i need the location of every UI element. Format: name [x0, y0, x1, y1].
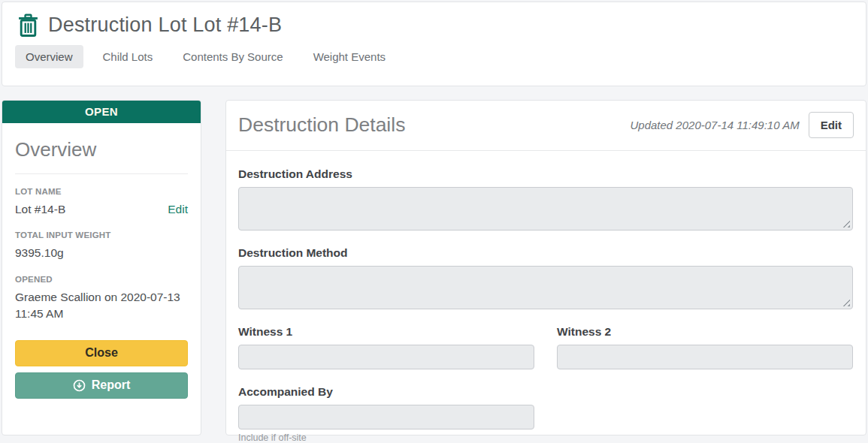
download-circle-icon: [73, 379, 86, 392]
witness-2-group: Witness 2: [557, 325, 853, 369]
opened-label: OPENED: [15, 275, 188, 284]
accompanied-by-hint: Include if off-site: [238, 432, 534, 443]
report-button[interactable]: Report: [15, 372, 188, 399]
lot-name-field: LOT NAME Lot #14-B Edit: [15, 187, 188, 218]
page-title: Destruction Lot Lot #14-B: [48, 14, 282, 37]
tab-child-lots[interactable]: Child Lots: [92, 45, 164, 68]
destruction-method-label: Destruction Method: [238, 246, 853, 260]
total-input-weight-label: TOTAL INPUT WEIGHT: [15, 231, 188, 240]
witness-1-input[interactable]: [238, 345, 534, 369]
resize-handle-icon-wrap: [238, 266, 853, 309]
details-heading: Destruction Details: [238, 113, 405, 137]
total-input-weight-value: 9395.10g: [15, 245, 188, 261]
destruction-method-group: Destruction Method: [238, 246, 853, 309]
witness-row: Witness 1 Witness 2: [238, 325, 853, 385]
destruction-address-label: Destruction Address: [238, 167, 853, 181]
updated-timestamp: Updated 2020-07-14 11:49:10 AM: [630, 119, 799, 131]
sidebar-body: Overview LOT NAME Lot #14-B Edit TOTAL I…: [2, 123, 201, 399]
opened-field: OPENED Graeme Scallion on 2020-07-13 11:…: [15, 275, 188, 323]
accompanied-by-group: Accompanied By Include if off-site: [238, 385, 534, 443]
close-lot-button[interactable]: Close: [15, 340, 188, 366]
witness-1-label: Witness 1: [238, 325, 534, 339]
edit-details-button[interactable]: Edit: [809, 112, 854, 138]
destruction-address-group: Destruction Address: [238, 167, 853, 231]
destruction-lot-page: Destruction Lot Lot #14-B Overview Child…: [0, 0, 868, 443]
tab-overview[interactable]: Overview: [15, 45, 83, 68]
report-button-label: Report: [92, 378, 131, 392]
details-form: Destruction Address Destruction Method W…: [226, 151, 866, 443]
sidebar-buttons: Close Report: [15, 340, 188, 399]
destruction-method-textarea[interactable]: [238, 266, 853, 309]
tab-weight-events[interactable]: Weight Events: [303, 45, 396, 68]
sidebar-heading: Overview: [15, 138, 188, 161]
opened-value: Graeme Scallion on 2020-07-13 11:45 AM: [15, 289, 188, 323]
page-header: Destruction Lot Lot #14-B Overview Child…: [2, 2, 866, 86]
overview-sidebar: OPEN Overview LOT NAME Lot #14-B Edit TO…: [2, 100, 201, 435]
resize-handle-icon-wrap: [238, 187, 853, 231]
destruction-address-textarea[interactable]: [238, 187, 853, 231]
accompanied-by-input[interactable]: [238, 405, 534, 429]
lot-name-value: Lot #14-B: [15, 201, 65, 218]
details-header: Destruction Details Updated 2020-07-14 1…: [226, 101, 866, 151]
trash-icon: [18, 14, 38, 37]
accompanied-by-label: Accompanied By: [238, 385, 534, 399]
tab-bar: Overview Child Lots Contents By Source W…: [15, 45, 851, 68]
destruction-details-panel: Destruction Details Updated 2020-07-14 1…: [225, 100, 866, 435]
sidebar-divider: [15, 173, 188, 174]
tab-contents-by-source[interactable]: Contents By Source: [172, 45, 293, 68]
total-input-weight-field: TOTAL INPUT WEIGHT 9395.10g: [15, 231, 188, 261]
witness-2-label: Witness 2: [557, 325, 853, 339]
witness-2-input[interactable]: [557, 345, 853, 369]
lot-name-label: LOT NAME: [15, 187, 188, 196]
witness-1-group: Witness 1: [238, 325, 534, 369]
status-badge: OPEN: [2, 101, 201, 123]
lot-name-edit-link[interactable]: Edit: [168, 201, 188, 218]
title-row: Destruction Lot Lot #14-B: [18, 14, 851, 37]
